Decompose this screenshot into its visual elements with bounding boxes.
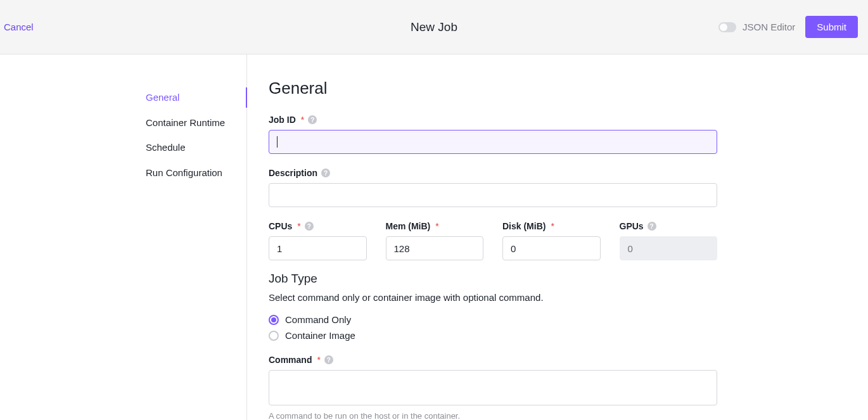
page-title: New Job [411, 20, 457, 34]
required-marker: * [301, 115, 304, 125]
json-editor-toggle[interactable] [718, 22, 736, 32]
cpus-input[interactable] [269, 236, 367, 260]
sidebar-item-run-configuration[interactable]: Run Configuration [146, 162, 246, 184]
cancel-button[interactable]: Cancel [4, 18, 34, 36]
help-icon[interactable]: ? [308, 115, 317, 124]
radio-label: Command Only [285, 314, 351, 325]
job-type-description: Select command only or container image w… [269, 292, 846, 303]
gpus-label: GPUs [620, 221, 644, 231]
required-marker: * [317, 355, 320, 365]
sidebar-item-label: Container Runtime [146, 117, 225, 128]
help-icon[interactable]: ? [648, 222, 656, 231]
required-marker: * [435, 221, 438, 231]
command-label: Command [269, 355, 312, 365]
sidebar: General Container Runtime Schedule Run C… [0, 54, 247, 420]
disk-label: Disk (MiB) [502, 221, 546, 231]
required-marker: * [551, 221, 554, 231]
header-bar: Cancel New Job JSON Editor Submit [0, 0, 868, 54]
command-input[interactable] [269, 370, 717, 405]
main-content: General Job ID * ? Description ? CPUs [247, 54, 868, 420]
help-icon[interactable]: ? [321, 169, 330, 177]
command-hint: A command to be run on the host or in th… [269, 411, 717, 420]
sidebar-item-schedule[interactable]: Schedule [146, 136, 246, 159]
job-id-input[interactable] [269, 130, 717, 154]
radio-container-image[interactable]: Container Image [269, 330, 846, 341]
radio-icon [269, 331, 279, 341]
radio-command-only[interactable]: Command Only [269, 314, 846, 325]
sidebar-item-container-runtime[interactable]: Container Runtime [146, 111, 246, 134]
json-editor-label: JSON Editor [743, 22, 795, 32]
sidebar-item-label: Schedule [146, 142, 186, 153]
help-icon[interactable]: ? [324, 355, 333, 364]
submit-button[interactable]: Submit [805, 16, 858, 38]
sidebar-item-general[interactable]: General [146, 86, 246, 109]
help-icon[interactable]: ? [305, 222, 314, 231]
required-marker: * [297, 221, 300, 231]
cpus-label: CPUs [269, 221, 292, 231]
radio-icon [269, 315, 279, 325]
sidebar-item-label: Run Configuration [146, 167, 222, 178]
job-type-heading: Job Type [269, 272, 846, 286]
sidebar-item-label: General [146, 92, 179, 103]
job-id-label: Job ID [269, 115, 296, 125]
radio-label: Container Image [285, 330, 355, 341]
description-input[interactable] [269, 183, 717, 207]
disk-input[interactable] [502, 236, 601, 260]
section-heading: General [269, 79, 846, 98]
gpus-input [620, 236, 718, 260]
description-label: Description [269, 168, 317, 178]
mem-input[interactable] [386, 236, 484, 260]
text-cursor [277, 136, 278, 148]
mem-label: Mem (MiB) [386, 221, 431, 231]
